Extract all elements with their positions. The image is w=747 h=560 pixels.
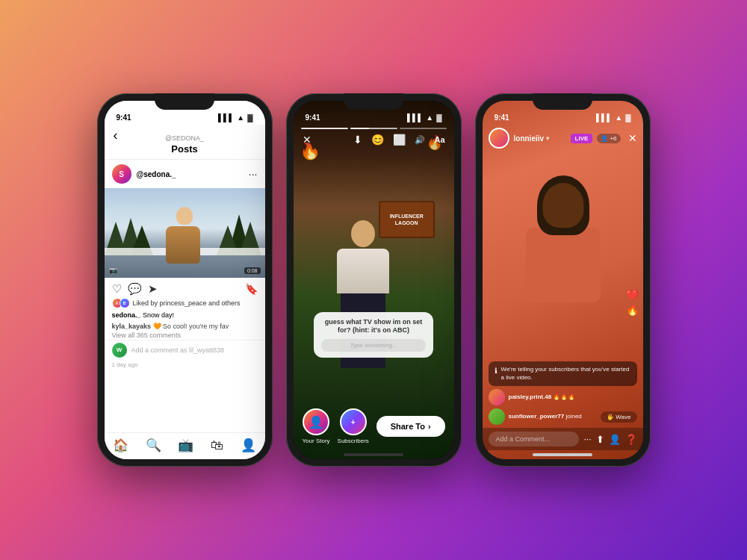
story-close-button[interactable]: ✕ [303,134,311,146]
live-input-bar: Add a Comment... ··· ⬆ 👤 ❓ [483,428,643,450]
live-video-area: ❤️ 🔥 [483,152,643,361]
your-story-icon: 👤 [303,408,329,435]
comment-button[interactable]: 💬 [128,282,142,296]
live-help-icon[interactable]: ❓ [625,434,637,445]
signal-icon-1: ▌▌▌ [218,113,234,122]
commenter-2-username: sunflower_power77 [509,413,565,420]
story-emoji-icon[interactable]: 😊 [371,134,384,146]
share-button[interactable]: ➤ [148,282,158,296]
story-download-icon[interactable]: ⬇ [353,134,362,146]
comment-1: kyla_kayaks 🧡 So cool! you're my fav [105,322,265,331]
post-caption: sedona._ Snow day! [105,310,265,322]
live-comment-1: paisley.print.48 🔥🔥🔥 [489,389,637,405]
share-to-button[interactable]: Share To › [376,416,445,437]
live-action-icons: ⬆ 👤 ❓ [596,434,637,445]
live-share-icon[interactable]: ⬆ [596,434,604,445]
caption-text: Snow day! [143,311,174,319]
live-badge: LIVE [571,134,593,143]
share-to-label: Share To [391,422,425,431]
live-header: lonnieiiv ▾ LIVE 👤 +6 ✕ [483,125,643,152]
view-all-comments[interactable]: View all 365 comments [105,331,265,340]
live-username: lonnieiiv ▾ [514,134,566,143]
notch-1 [155,93,214,110]
live-overlay: 9:41 ▌▌▌ ▲ ▓ lonnieiiv ▾ LIVE 👤 +6 [483,101,643,459]
info-icon: ℹ [495,367,498,375]
commenter-2-content: sunflower_power77 joined [509,413,582,420]
status-icons-1: ▌▌▌ ▲ ▓ [218,113,252,122]
nav-profile[interactable]: 👤 [241,438,256,453]
subscribers-icon: + [340,408,367,435]
notice-text: We're telling your subscribers that you'… [501,366,631,382]
status-time-2: 9:41 [306,113,320,122]
commenter-1-text: So cool! you're my fav [163,323,229,330]
story-sound-icon[interactable]: 🔊 [415,135,425,145]
nav-home[interactable]: 🏠 [113,438,128,453]
question-input[interactable]: Type something... [321,339,426,352]
post-user-row: S @sedona._ ··· [105,160,265,188]
story-text-icon[interactable]: Aa [434,135,444,144]
wifi-3: ▲ [615,113,622,122]
status-time-1: 9:41 [117,113,131,122]
post-options-button[interactable]: ··· [249,168,258,180]
commenter-1-emoji: 🔥🔥🔥 [553,393,575,400]
live-add-user-icon[interactable]: 👤 [609,434,621,445]
status-icons-3: ▌▌▌ ▲ ▓ [596,113,630,122]
nav-reels[interactable]: 📺 [178,438,193,453]
wifi-icon-1: ▲ [237,113,244,122]
phone1-header: ‹ @SEDONA_ Posts [105,125,265,160]
username-chevron: ▾ [546,135,549,142]
caption-username: sedona._ [112,311,141,319]
post-timestamp: 1 day ago [105,360,265,370]
live-comment-input[interactable]: Add a Comment... [489,432,580,447]
page-title: Posts [171,143,197,155]
signal-2: ▌▌▌ [407,113,423,122]
viewer-icon: 👤 [601,135,608,142]
signal-3: ▌▌▌ [596,113,612,122]
commenter-1-emoji: 🧡 [153,323,161,330]
live-notice: ℹ We're telling your subscribers that yo… [489,361,637,386]
phone-3-screen: 9:41 ▌▌▌ ▲ ▓ lonnieiiv ▾ LIVE 👤 +6 [483,101,643,459]
add-comment-row: W Add a comment as lil_wyatt838 [105,340,265,360]
status-time-3: 9:41 [495,113,509,122]
your-story-label: Your Story [303,438,330,444]
live-host-avatar[interactable] [489,128,509,149]
story-image-area: guess what TV show im on set for? (hint:… [294,150,454,402]
story-overlay: 9:41 ▌▌▌ ▲ ▓ ✕ ⬇ 😊 ⬜ 🔊 [294,101,454,459]
story-sticker-icon[interactable]: ⬜ [393,134,406,146]
person-in-video [166,207,203,263]
likes-text: Liked by princess_peace and others [133,299,241,307]
like-button[interactable]: ♡ [112,282,122,296]
post-actions-row: ♡ 💬 ➤ 🔖 [105,278,265,298]
status-icons-2: ▌▌▌ ▲ ▓ [407,113,441,122]
story-bottom-bar: 👤 Your Story + Subscribers Share To › [294,402,454,450]
nav-shop[interactable]: 🛍 [211,438,223,453]
live-more-options[interactable]: ··· [583,434,591,444]
bookmark-button[interactable]: 🔖 [245,283,258,295]
your-story-option[interactable]: 👤 Your Story [303,408,330,444]
heart-reaction: ❤️ [626,289,639,301]
phone-1-screen: 9:41 ▌▌▌ ▲ ▓ ‹ @SEDONA_ Posts S @sedona.… [105,101,265,459]
notch-2 [344,93,403,110]
reactions: ❤️ 🔥 [626,289,639,316]
subscribers-option[interactable]: + Subscribers [338,408,369,444]
commenter-1-username: paisley.print.48 [509,393,552,400]
live-comments-feed: paisley.print.48 🔥🔥🔥 sunflower_power77 j… [483,389,643,428]
bottom-nav: 🏠 🔍 📺 🛍 👤 [105,432,265,459]
commenter-2-action: joined [565,413,581,420]
add-comment-input[interactable]: Add a comment as lil_wyatt838 [131,346,258,354]
question-sticker[interactable]: guess what TV show im on set for? (hint:… [314,312,433,358]
back-button[interactable]: ‹ [114,128,118,143]
comment-placeholder: Add a Comment... [496,435,551,443]
live-close-button[interactable]: ✕ [628,132,637,144]
battery-icon-1: ▓ [247,113,252,122]
commenter-2-avatar [489,408,505,425]
mini-avatars: A B [112,298,130,308]
nav-search[interactable]: 🔍 [146,438,161,453]
wave-button[interactable]: 🖐 Wave [601,411,636,423]
live-comment-2: sunflower_power77 joined 🖐 Wave [489,408,637,425]
post-avatar[interactable]: S [112,164,131,184]
post-username[interactable]: @sedona._ [137,170,244,178]
share-to-arrow: › [428,422,431,431]
commenter-1-avatar [489,389,505,405]
mini-avatar-2: B [120,298,130,308]
